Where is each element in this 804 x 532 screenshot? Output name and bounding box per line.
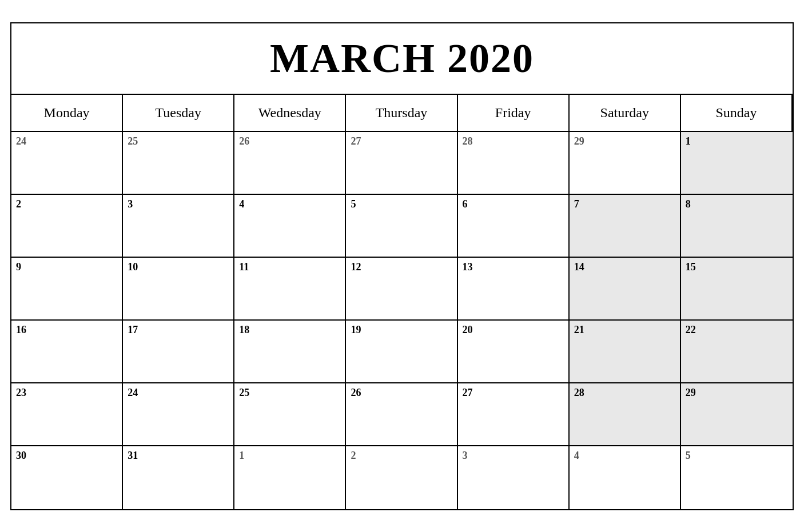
day-number: 12 [351,261,452,273]
calendar-day-cell: 10 [123,258,234,321]
calendar-day-cell: 5 [346,195,457,258]
day-number: 25 [128,135,229,147]
day-number: 15 [686,261,788,273]
calendar-day-cell: 30 [11,446,123,509]
day-header-tuesday: Tuesday [123,95,234,132]
calendar-day-cell: 25 [234,383,346,446]
day-header-friday: Friday [458,95,570,132]
calendar-day-cell: 18 [234,321,346,383]
calendar-grid: MondayTuesdayWednesdayThursdayFridaySatu… [11,95,793,509]
calendar-day-cell: 21 [570,321,681,383]
calendar-day-cell: 1 [681,132,793,195]
calendar-day-cell: 27 [346,132,457,195]
day-header-saturday: Saturday [570,95,681,132]
day-number: 3 [128,198,229,210]
day-number: 3 [463,450,564,462]
day-number: 5 [686,450,788,462]
calendar-day-cell: 8 [681,195,793,258]
calendar-day-cell: 12 [346,258,457,321]
calendar-day-cell: 9 [11,258,123,321]
calendar: MARCH 2020 MondayTuesdayWednesdayThursda… [10,22,794,510]
calendar-day-cell: 28 [458,132,570,195]
day-number: 20 [463,324,564,336]
calendar-day-cell: 3 [458,446,570,509]
calendar-day-cell: 15 [681,258,793,321]
day-number: 24 [16,135,117,147]
calendar-day-cell: 17 [123,321,234,383]
calendar-day-cell: 31 [123,446,234,509]
calendar-day-cell: 28 [570,383,681,446]
day-number: 25 [239,387,340,399]
calendar-day-cell: 3 [123,195,234,258]
day-number: 10 [128,261,229,273]
day-number: 30 [16,450,117,462]
calendar-title: MARCH 2020 [11,23,793,95]
day-number: 2 [351,450,452,462]
day-number: 24 [128,387,229,399]
day-number: 28 [463,135,564,147]
day-header-monday: Monday [11,95,123,132]
day-header-thursday: Thursday [346,95,457,132]
day-number: 13 [463,261,564,273]
day-number: 27 [463,387,564,399]
calendar-day-cell: 2 [346,446,457,509]
calendar-day-cell: 11 [234,258,346,321]
calendar-day-cell: 4 [570,446,681,509]
calendar-day-cell: 19 [346,321,457,383]
calendar-day-cell: 7 [570,195,681,258]
calendar-day-cell: 29 [570,132,681,195]
day-number: 29 [686,387,788,399]
calendar-day-cell: 2 [11,195,123,258]
calendar-day-cell: 14 [570,258,681,321]
calendar-day-cell: 16 [11,321,123,383]
day-number: 17 [128,324,229,336]
day-number: 1 [686,135,788,147]
day-number: 18 [239,324,340,336]
day-number: 9 [16,261,117,273]
day-number: 8 [686,198,788,210]
day-number: 23 [16,387,117,399]
calendar-day-cell: 22 [681,321,793,383]
day-number: 4 [239,198,340,210]
day-number: 27 [351,135,452,147]
day-number: 14 [574,261,675,273]
day-number: 29 [574,135,675,147]
day-number: 4 [574,450,675,462]
calendar-day-cell: 5 [681,446,793,509]
calendar-day-cell: 6 [458,195,570,258]
calendar-day-cell: 25 [123,132,234,195]
day-number: 26 [239,135,340,147]
calendar-day-cell: 24 [11,132,123,195]
calendar-day-cell: 1 [234,446,346,509]
day-number: 2 [16,198,117,210]
day-number: 19 [351,324,452,336]
day-number: 22 [686,324,788,336]
calendar-day-cell: 4 [234,195,346,258]
day-number: 5 [351,198,452,210]
calendar-day-cell: 29 [681,383,793,446]
day-number: 16 [16,324,117,336]
day-number: 21 [574,324,675,336]
day-number: 1 [239,450,340,462]
calendar-day-cell: 20 [458,321,570,383]
day-header-wednesday: Wednesday [234,95,346,132]
calendar-day-cell: 26 [234,132,346,195]
calendar-day-cell: 27 [458,383,570,446]
day-number: 6 [463,198,564,210]
calendar-day-cell: 26 [346,383,457,446]
calendar-day-cell: 13 [458,258,570,321]
day-number: 7 [574,198,675,210]
calendar-day-cell: 24 [123,383,234,446]
day-header-sunday: Sunday [681,95,793,132]
day-number: 31 [128,450,229,462]
day-number: 28 [574,387,675,399]
calendar-day-cell: 23 [11,383,123,446]
day-number: 11 [239,261,340,273]
day-number: 26 [351,387,452,399]
